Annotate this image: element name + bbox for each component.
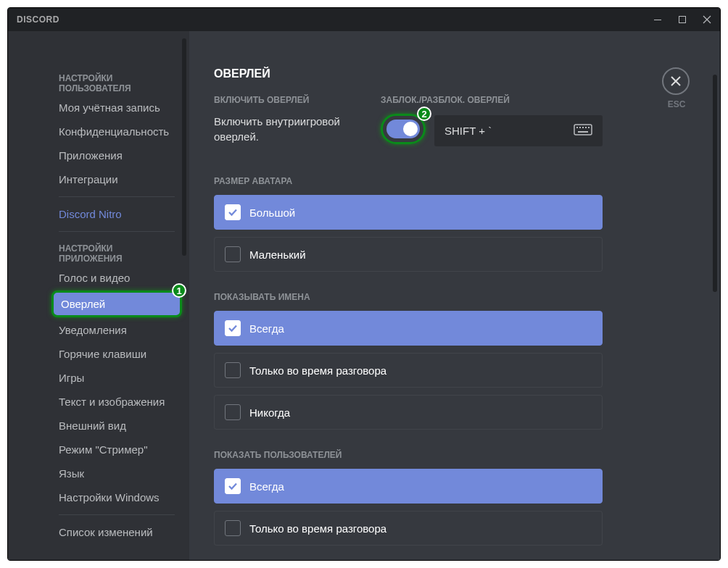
option-label: Большой (249, 206, 295, 219)
enable-overlay-label: ВКЛЮЧИТЬ ОВЕРЛЕЙ (214, 95, 359, 105)
show-names-option-never[interactable]: Никогда (214, 395, 603, 430)
sidebar: НАСТРОЙКИ ПОЛЬЗОВАТЕЛЯ Моя учётная запис… (44, 31, 189, 560)
divider (59, 231, 175, 232)
app-title: DISCORD (17, 14, 59, 25)
window-controls (653, 15, 711, 24)
overlay-enable-row: ВКЛЮЧИТЬ ОВЕРЛЕЙ Включить внутриигровой … (214, 95, 603, 147)
content-container: ОВЕРЛЕЙ ВКЛЮЧИТЬ ОВЕРЛЕЙ Включить внутри… (189, 31, 720, 560)
show-names-title: ПОКАЗЫВАТЬ ИМЕНА (214, 292, 603, 302)
sidebar-item-appearance[interactable]: Внешний вид (51, 414, 182, 437)
show-users-group: ПОКАЗАТЬ ПОЛЬЗОВАТЕЛЕЙ Всегда Только во … (214, 450, 603, 546)
close-icon (670, 75, 682, 87)
close-settings-button[interactable] (662, 67, 690, 95)
annotation-badge-1: 1 (172, 283, 186, 298)
keybind-value: SHIFT + ` (444, 125, 492, 137)
divider (59, 514, 175, 515)
option-label: Никогда (249, 406, 290, 419)
show-users-option-speaking[interactable]: Только во время разговора (214, 511, 603, 546)
svg-rect-6 (585, 127, 587, 128)
sidebar-header-user: НАСТРОЙКИ ПОЛЬЗОВАТЕЛЯ (51, 67, 182, 96)
sidebar-item-text-images[interactable]: Текст и изображения (51, 390, 182, 413)
svg-rect-0 (654, 20, 661, 20)
svg-rect-2 (574, 125, 592, 135)
svg-rect-1 (679, 17, 686, 23)
sidebar-item-overlay[interactable]: Оверлей (51, 291, 182, 317)
avatar-size-option-small[interactable]: Маленький (214, 237, 603, 272)
keybind-label: ЗАБЛОК./РАЗБЛОК. ОВЕРЛЕЙ (381, 95, 603, 105)
checkbox-icon (225, 520, 241, 536)
close-icon[interactable] (703, 15, 711, 24)
avatar-size-option-large[interactable]: Большой (214, 195, 603, 230)
svg-rect-3 (576, 127, 578, 128)
app-window: DISCORD НАСТРОЙКИ ПОЛЬЗОВАТЕЛЯ Моя учётн… (7, 7, 721, 561)
show-names-group: ПОКАЗЫВАТЬ ИМЕНА Всегда Только во время … (214, 292, 603, 430)
sidebar-item-integrations[interactable]: Интеграции (51, 168, 182, 191)
sidebar-item-nitro[interactable]: Discord Nitro (51, 203, 182, 225)
content-scrollbar[interactable] (713, 75, 717, 292)
svg-rect-5 (582, 127, 584, 128)
sidebar-container: НАСТРОЙКИ ПОЛЬЗОВАТЕЛЯ Моя учётная запис… (8, 31, 189, 560)
svg-rect-7 (588, 127, 590, 128)
show-users-option-always[interactable]: Всегда (214, 469, 603, 504)
checkbox-icon (225, 204, 241, 220)
sidebar-item-streamer[interactable]: Режим "Стример" (51, 438, 182, 461)
option-label: Всегда (249, 322, 284, 335)
show-names-option-speaking[interactable]: Только во время разговора (214, 353, 603, 388)
annotation-badge-2: 2 (417, 106, 431, 121)
option-label: Только во время разговора (249, 364, 386, 377)
minimize-icon[interactable] (653, 15, 662, 24)
sidebar-item-notifications[interactable]: Уведомления (51, 319, 182, 341)
sidebar-scrollbar[interactable] (182, 38, 186, 256)
checkbox-icon (225, 478, 241, 494)
sidebar-item-windows[interactable]: Настройки Windows (51, 486, 182, 509)
sidebar-item-changelog[interactable]: Список изменений (51, 521, 182, 543)
sidebar-item-hotkeys[interactable]: Горячие клавиши (51, 343, 182, 365)
option-label: Всегда (249, 480, 284, 493)
titlebar: DISCORD (8, 8, 720, 31)
checkbox-icon (225, 246, 241, 262)
content: ОВЕРЛЕЙ ВКЛЮЧИТЬ ОВЕРЛЕЙ Включить внутри… (189, 31, 624, 560)
svg-rect-4 (579, 127, 581, 128)
sidebar-item-apps[interactable]: Приложения (51, 144, 182, 167)
keybind-input[interactable]: SHIFT + ` (434, 115, 603, 146)
sidebar-item-language[interactable]: Язык (51, 462, 182, 485)
option-label: Только во время разговора (249, 522, 386, 535)
avatar-size-title: РАЗМЕР АВАТАРА (214, 176, 603, 186)
checkbox-icon (225, 320, 241, 336)
maximize-icon[interactable] (678, 15, 687, 24)
toggle-knob (403, 122, 418, 136)
sidebar-item-voice[interactable]: Голос и видео (51, 267, 182, 289)
divider (59, 196, 175, 197)
show-users-title: ПОКАЗАТЬ ПОЛЬЗОВАТЕЛЕЙ (214, 450, 603, 460)
page-title: ОВЕРЛЕЙ (214, 67, 603, 80)
app-body: НАСТРОЙКИ ПОЛЬЗОВАТЕЛЯ Моя учётная запис… (8, 31, 720, 560)
checkbox-icon (225, 362, 241, 378)
keyboard-icon (574, 122, 592, 139)
enable-overlay-desc: Включить внутриигровой оверлей. (214, 114, 359, 144)
sidebar-item-account[interactable]: Моя учётная запись (51, 96, 182, 119)
avatar-size-group: РАЗМЕР АВАТАРА Большой Маленький (214, 176, 603, 272)
esc-label: ESC (662, 99, 691, 109)
svg-rect-8 (578, 131, 588, 133)
checkbox-icon (225, 404, 241, 420)
sidebar-item-games[interactable]: Игры (51, 367, 182, 389)
option-label: Маленький (249, 248, 306, 261)
sidebar-item-privacy[interactable]: Конфиденциальность (51, 120, 182, 143)
show-names-option-always[interactable]: Всегда (214, 311, 603, 346)
esc-button: ESC (662, 67, 691, 109)
enable-overlay-toggle[interactable] (386, 120, 420, 138)
sidebar-header-app: НАСТРОЙКИ ПРИЛОЖЕНИЯ (51, 238, 182, 267)
